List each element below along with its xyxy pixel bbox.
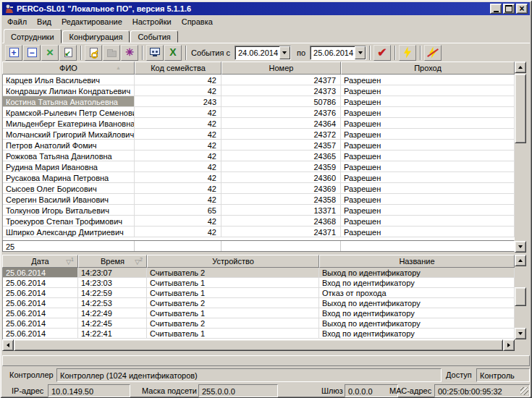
cell-number: 24373 xyxy=(221,85,341,96)
excel-export-button[interactable]: X xyxy=(164,45,182,61)
controller-row: Контроллер Контроллер (1024 идентификато… xyxy=(2,368,530,383)
date-to-picker[interactable]: 25.06.2014 xyxy=(310,46,366,60)
menu-settings[interactable]: Настройки xyxy=(127,16,177,27)
scroll-up-button[interactable] xyxy=(515,255,526,266)
start-polling-button[interactable] xyxy=(399,45,416,61)
cell-number: 24358 xyxy=(221,194,341,204)
toolbar-separator xyxy=(420,46,421,60)
scroll-left-button[interactable] xyxy=(2,339,14,351)
employee-row[interactable]: Кондрашук Лилиан Кондратьевич4224373Разр… xyxy=(3,85,515,96)
scrollbar-thumb[interactable] xyxy=(14,339,503,351)
event-row[interactable]: 25.06.201414:22:41Считыватель 1Вход по и… xyxy=(3,329,515,339)
cell-fio: Костина Татьяна Анатольевна xyxy=(3,96,135,106)
apply-filter-button[interactable]: ✔ xyxy=(373,45,391,61)
maximize-button[interactable] xyxy=(503,4,515,14)
scrollbar-thumb[interactable] xyxy=(515,74,526,143)
employee-row[interactable]: Рудина Мария Ивановна4224359Разрешен xyxy=(3,161,515,172)
cell-number: 24357 xyxy=(221,140,341,150)
scrollbar-thumb[interactable] xyxy=(515,287,526,306)
employee-row[interactable]: Толкунов Игорь Витальевич6513371Разрешен xyxy=(3,205,515,216)
tab-configuration[interactable]: Конфигурация xyxy=(62,30,130,43)
minimize-button[interactable] xyxy=(490,4,502,14)
cell-family_code: 42 xyxy=(135,129,221,139)
employee-row[interactable]: Русакова Марина Петровна4224360Разрешен xyxy=(3,172,515,183)
employee-row[interactable]: Крамской-Рылевич Петр Семенович4224376Ра… xyxy=(3,107,515,118)
employee-row[interactable]: Карцев Илья Васильевич4224377Разрешен xyxy=(3,75,515,85)
cell-device: Считыватель 1 xyxy=(147,329,319,338)
tab-events[interactable]: События xyxy=(130,30,177,43)
cell-date: 25.06.2014 xyxy=(3,298,78,308)
toolbar-separator xyxy=(142,46,143,60)
menu-help[interactable]: Справка xyxy=(177,16,218,27)
employee-row[interactable]: Петров Анатолий Фомич4224357Разрешен xyxy=(3,140,515,151)
date-from-picker[interactable]: 24.06.2014 xyxy=(235,46,291,60)
remove-icon: − xyxy=(28,48,37,57)
format-access-button[interactable]: ✳ xyxy=(121,45,138,61)
col-header-fio[interactable]: ФИО ▲ xyxy=(2,62,135,75)
col-header-time[interactable]: Время ▽2 xyxy=(78,255,147,268)
event-row[interactable]: 25.06.201414:22:45Считыватель 2Выход по … xyxy=(3,318,515,329)
close-button[interactable]: × xyxy=(516,4,528,14)
add-icon: + xyxy=(9,48,19,57)
cell-date: 25.06.2014 xyxy=(3,278,78,287)
scroll-up-button[interactable] xyxy=(515,62,526,73)
col-header-date[interactable]: Дата ▽1 xyxy=(2,255,78,268)
employee-row[interactable]: Костина Татьяна Анатольевна24350786Разре… xyxy=(3,96,515,107)
monitor-binoculars-icon xyxy=(150,48,160,55)
cell-date: 25.06.2014 xyxy=(3,268,78,277)
col-header-number[interactable]: Номер xyxy=(221,62,341,75)
edit-document-button[interactable]: ↙ xyxy=(59,45,77,61)
col-header-device[interactable]: Устройство xyxy=(147,255,319,268)
cell-access: Разрешен xyxy=(341,85,515,96)
employee-row[interactable]: Троекуров Степан Трофимович4224368Разреш… xyxy=(3,216,515,226)
cell-number: 24376 xyxy=(221,107,341,117)
controller-field: Контроллер (1024 идентификаторов) xyxy=(56,368,442,382)
add-employee-button[interactable]: + xyxy=(5,45,22,61)
events-horizontal-scrollbar[interactable] xyxy=(2,339,515,351)
employee-row[interactable]: Серегин Василий Иванович4224358Разрешен xyxy=(3,194,515,205)
scroll-down-button[interactable] xyxy=(515,328,526,339)
title-bar[interactable]: PERCo-SL01 "Локальное ПО", версия 5.1.1.… xyxy=(2,2,530,15)
cell-time: 14:23:03 xyxy=(78,278,147,287)
employee-row[interactable]: Молчанский Григорий Михайлович4224372Раз… xyxy=(3,129,515,140)
resize-grip[interactable] xyxy=(520,387,528,395)
menu-edit[interactable]: Редактирование xyxy=(56,16,127,27)
employee-row[interactable]: Рожкова Татьяна Даниловна4224365Разрешен xyxy=(3,151,515,161)
cell-time: 14:22:53 xyxy=(78,298,147,308)
remove-employee-button[interactable]: − xyxy=(23,45,41,61)
menu-bar: Файл Вид Редактирование Настройки Справк… xyxy=(2,15,530,27)
col-header-family-code[interactable]: Код семейства xyxy=(135,62,221,75)
cell-fio: Шпирко Александр Дмитриевич xyxy=(3,226,135,237)
event-row[interactable]: 25.06.201414:23:07Считыватель 2Выход по … xyxy=(3,268,515,278)
status-strip xyxy=(2,355,530,366)
view-events-button[interactable] xyxy=(146,45,164,61)
date-from-dropdown-button[interactable] xyxy=(279,46,290,59)
card-key-button[interactable] xyxy=(85,45,102,61)
menu-file[interactable]: Файл xyxy=(2,16,32,27)
stop-polling-button[interactable] xyxy=(424,45,442,61)
event-row[interactable]: 25.06.201414:22:49Считыватель 1Вход по и… xyxy=(3,308,515,318)
cell-device: Считыватель 1 xyxy=(147,278,319,287)
scroll-right-button[interactable] xyxy=(503,339,515,351)
menu-view[interactable]: Вид xyxy=(32,16,56,27)
col-header-access[interactable]: Проход xyxy=(341,62,515,75)
card-key-icon xyxy=(90,48,98,57)
event-row[interactable]: 25.06.201414:23:03Считыватель 1Вход по и… xyxy=(3,278,515,288)
employee-row[interactable]: Сысоев Олег Борисович4224369Разрешен xyxy=(3,183,515,194)
clear-list-button[interactable]: × xyxy=(41,45,59,61)
date-to-value: 25.06.2014 xyxy=(311,46,355,59)
to-label: по xyxy=(297,48,305,57)
tab-employees[interactable]: Сотрудники xyxy=(4,29,62,43)
scroll-down-button[interactable] xyxy=(515,241,526,253)
cell-date: 25.06.2014 xyxy=(3,288,78,297)
employee-row[interactable]: Шпирко Александр Дмитриевич4224371Разреш… xyxy=(3,226,515,237)
employee-row[interactable]: Мильденберг Екатерина Ивановна4224364Раз… xyxy=(3,118,515,129)
folder-icon xyxy=(107,51,117,57)
event-row[interactable]: 25.06.201414:22:59Считыватель 1Отказ от … xyxy=(3,288,515,298)
event-row[interactable]: 25.06.201414:22:53Считыватель 2Выход по … xyxy=(3,298,515,308)
col-header-name[interactable]: Название xyxy=(319,255,515,268)
tab-strip: Сотрудники Конфигурация События xyxy=(2,27,530,43)
toolbar-separator xyxy=(394,46,396,60)
date-to-dropdown-button[interactable] xyxy=(355,46,366,59)
cell-access: Разрешен xyxy=(341,118,515,128)
